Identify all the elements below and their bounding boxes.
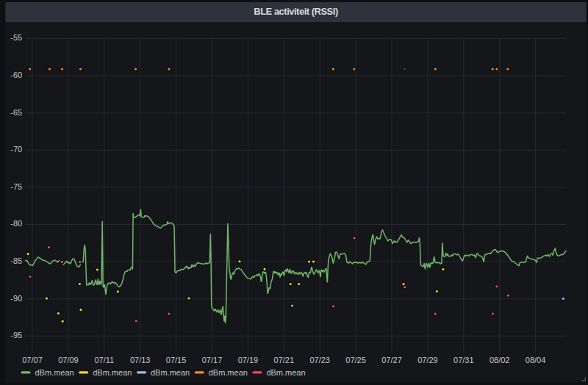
svg-text:-95: -95 — [10, 331, 22, 339]
svg-text:dBm.mean: dBm.mean — [209, 368, 248, 377]
svg-text:-60: -60 — [10, 71, 22, 79]
svg-text:07/31: 07/31 — [453, 356, 474, 364]
svg-text:dBm.mean: dBm.mean — [35, 368, 74, 377]
svg-text:07/09: 07/09 — [58, 356, 79, 364]
svg-text:07/27: 07/27 — [381, 356, 402, 364]
svg-text:07/15: 07/15 — [166, 356, 187, 364]
svg-text:07/25: 07/25 — [345, 356, 366, 364]
svg-text:-85: -85 — [10, 256, 22, 265]
svg-text:BLE activiteit (RSSI): BLE activiteit (RSSI) — [254, 6, 338, 17]
svg-text:-55: -55 — [10, 33, 22, 42]
svg-text:-65: -65 — [10, 108, 22, 117]
svg-text:08/02: 08/02 — [490, 356, 510, 364]
svg-text:-70: -70 — [10, 145, 22, 154]
svg-text:07/23: 07/23 — [309, 356, 330, 364]
svg-text:07/07: 07/07 — [22, 356, 43, 364]
svg-text:07/17: 07/17 — [202, 356, 223, 364]
svg-text:07/21: 07/21 — [274, 356, 295, 364]
svg-text:dBm.mean: dBm.mean — [93, 368, 132, 377]
svg-text:07/19: 07/19 — [238, 356, 259, 364]
svg-text:08/04: 08/04 — [526, 356, 546, 364]
svg-text:07/11: 07/11 — [94, 356, 114, 364]
svg-text:dBm.mean: dBm.mean — [266, 368, 305, 377]
svg-text:07/13: 07/13 — [130, 356, 151, 364]
svg-text:dBm.mean: dBm.mean — [151, 368, 190, 377]
svg-text:-75: -75 — [10, 182, 22, 191]
svg-text:-90: -90 — [10, 294, 22, 303]
svg-text:-80: -80 — [10, 219, 22, 228]
svg-text:07/29: 07/29 — [417, 356, 438, 364]
